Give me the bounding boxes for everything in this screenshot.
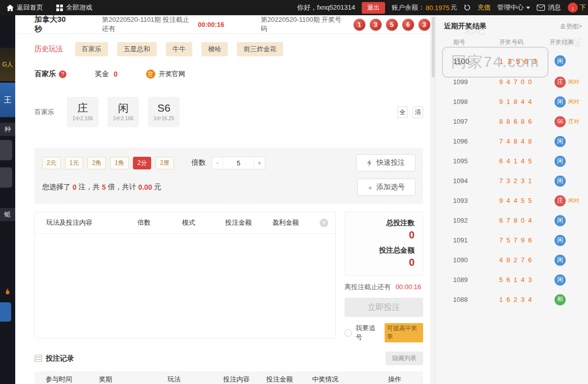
result-digits: 56143 (499, 276, 547, 284)
bet-group-label: 百家乐 (34, 108, 67, 117)
sidebar-game-banner-fragment[interactable]: G人 (0, 48, 15, 81)
result-digits: 94455 (499, 197, 547, 204)
add-selection-button[interactable]: + 添加选号 (357, 179, 416, 196)
records-column-header: 投注金额 (266, 375, 312, 384)
multiplier-value-input[interactable]: 5 (223, 157, 254, 169)
amount-unit-button[interactable]: 1元 (65, 157, 84, 169)
result-outcome: 闲闲对 (547, 96, 584, 108)
records-column-header: 参与时间 (46, 375, 99, 384)
result-digits: 67804 (499, 217, 547, 224)
records-column-header: 奖期 (99, 375, 167, 384)
play-tab[interactable]: 五星总和 (117, 42, 157, 56)
bet-option-card[interactable]: 庄1中2.166 (67, 97, 98, 127)
play-tab[interactable]: 梭哈 (201, 42, 228, 56)
result-digits: 94700 (499, 78, 547, 86)
lightning-icon (367, 159, 372, 166)
multiplier-label: 倍数 (191, 158, 205, 167)
vertical-scrollbar[interactable] (430, 15, 435, 384)
summary-text: 注，共 (79, 183, 100, 192)
bet-option-card[interactable]: S61中16.25 (148, 97, 180, 127)
play-tab[interactable]: 牛牛 (166, 42, 192, 56)
bet-now-button[interactable]: 立即投注 (344, 298, 423, 317)
balance-unit: 元 (451, 3, 457, 12)
result-digits: 48276 (499, 256, 547, 264)
all-games-link[interactable]: 全部游戏 (50, 0, 99, 15)
balance-value: 80.1975 (426, 4, 449, 12)
scrollbar-thumb[interactable] (432, 17, 435, 78)
result-period: 1096 (453, 137, 499, 145)
result-outcome: 和 (547, 294, 584, 305)
app-download-button[interactable]: ↓ 下 (568, 3, 586, 13)
sidebar-menu-item-fragment[interactable]: 种 (0, 123, 15, 136)
result-outcome: 庄闲对 (547, 77, 584, 88)
trend-chart-link[interactable]: 走势图> (560, 22, 582, 31)
tab-history-play[interactable]: 历史玩法 (34, 45, 63, 54)
select-all-button[interactable]: 全 (397, 107, 408, 118)
result-outcome: 闲 (547, 235, 584, 246)
app-window: 返回首页 全部游戏 你好，fxnq5201314 退出 账户余额： 80.197… (0, 0, 588, 384)
records-column-header: 玩法 (167, 375, 223, 384)
admin-center-menu[interactable]: 管理中心 (497, 3, 530, 12)
last-period-text: 第20220520-1100期 开奖号码 (261, 15, 341, 33)
official-site-link[interactable]: 开奖官网 (159, 69, 185, 79)
result-outcome: 闲 (547, 176, 584, 187)
bet-slip-column-header: 模式 (182, 218, 225, 227)
result-row: 109994700庄闲对 (436, 72, 588, 92)
sidebar-menu-item-fragment[interactable] (0, 302, 11, 322)
result-badge: 和 (555, 294, 566, 305)
deadline-countdown: 00:00:16 (396, 283, 422, 291)
bet-option-card[interactable]: 闲1中2.166 (108, 97, 139, 127)
amount-unit-button[interactable]: 2厘 (155, 157, 174, 169)
play-tab[interactable]: 百家乐 (75, 42, 108, 56)
hide-list-button[interactable]: 隐藏列表 (386, 352, 423, 365)
result-digits: 13563 (499, 57, 547, 65)
summary-count: 0 (71, 183, 79, 191)
home-link[interactable]: 返回首页 (0, 0, 50, 15)
winning-number-ball: 5 (386, 19, 398, 30)
deadline-label: 离投注截止还有 (344, 283, 391, 291)
bet-option-name: S6 (157, 102, 170, 114)
winning-number-ball: 3 (419, 19, 430, 30)
game-title: 加拿大30秒 (34, 15, 71, 34)
chase-benefit-badge: 可提高中奖率 (385, 323, 423, 342)
sidebar-menu-item-fragment[interactable] (0, 140, 12, 160)
official-badge-icon: 官 (146, 69, 155, 79)
amount-unit-button[interactable]: 2角 (87, 157, 106, 169)
current-period-text: 第20220520-1101期 投注截止还有 (102, 15, 195, 33)
result-badge: 闲 (555, 255, 566, 266)
result-pair-label: 闲对 (568, 78, 579, 86)
result-digits: 88686 (499, 118, 547, 125)
game-info-row: 百家乐 ? 奖金 0 官 开奖官网 (34, 69, 430, 79)
logout-button[interactable]: 退出 (362, 2, 385, 14)
bet-option-odds: 1中16.25 (154, 115, 175, 122)
total-bets-value: 0 (353, 229, 414, 241)
amount-unit-button[interactable]: 2元 (42, 157, 61, 169)
clear-selection-button[interactable]: 清 (412, 107, 423, 118)
sidebar-game-banner-fragment[interactable]: 王 (0, 83, 15, 117)
help-icon[interactable]: ? (59, 71, 66, 78)
clear-slip-icon[interactable]: × (320, 219, 328, 227)
play-tab[interactable]: 前三炸金花 (237, 42, 283, 56)
result-badge: 闲 (555, 176, 566, 187)
home-label: 返回首页 (17, 3, 43, 12)
quick-bet-button[interactable]: 快速投注 (356, 154, 416, 171)
refresh-balance-icon[interactable] (464, 4, 471, 11)
total-amount-label: 投注总金额 (353, 246, 414, 255)
sidebar-menu-item-fragment[interactable]: 蜓 (0, 208, 15, 221)
amount-unit-button[interactable]: 1角 (110, 157, 129, 169)
all-games-label: 全部游戏 (66, 3, 92, 12)
result-badge: 闲 (555, 55, 566, 66)
sidebar-menu-item-fragment[interactable] (0, 167, 12, 188)
results-title: 近期开奖结果 (444, 22, 487, 31)
messages-link[interactable]: 消息 (537, 3, 561, 12)
bet-deadline-countdown: 00:00:16 (198, 21, 224, 28)
result-badge: 闲 (555, 235, 566, 246)
recharge-link[interactable]: 充值 (477, 3, 491, 12)
chase-checkbox[interactable] (344, 329, 352, 337)
multiplier-minus-button[interactable]: - (212, 157, 223, 169)
multiplier-plus-button[interactable]: + (254, 157, 265, 169)
main-content: 加拿大30秒 第20220520-1101期 投注截止还有 00:00:16 第… (15, 15, 430, 384)
amount-unit-button[interactable]: 2分 (133, 157, 152, 169)
play-name: 百家乐 (34, 69, 56, 79)
left-sidebar-clipped: G人 王 种 蜓 (0, 15, 15, 384)
